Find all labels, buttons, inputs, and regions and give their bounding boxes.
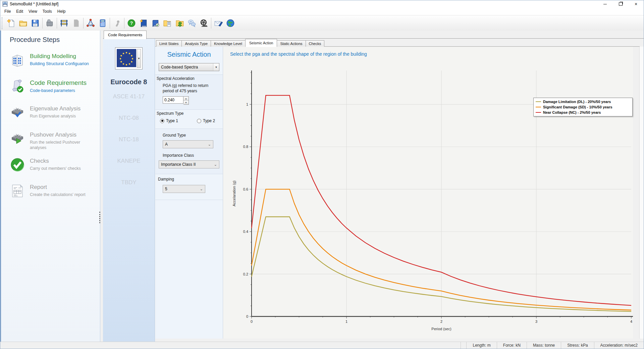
form-heading: Seismic Action bbox=[155, 51, 223, 58]
code-item-tbdy[interactable]: TBDY bbox=[103, 172, 155, 193]
step-subtitle: Carry out members' checks bbox=[30, 166, 81, 171]
step-eigenvalue-analysis[interactable]: Eigenvalue Analysis Run Eigenvalue analy… bbox=[10, 105, 100, 126]
dl-line-swatch bbox=[536, 101, 541, 102]
processor-settings-button[interactable] bbox=[44, 17, 56, 30]
spin-down-icon[interactable]: ▼ bbox=[183, 101, 189, 104]
chip-check-icon bbox=[10, 105, 25, 120]
step-report[interactable]: Report Create the calculations' report bbox=[10, 183, 100, 205]
status-mass: Mass: tonne bbox=[527, 342, 561, 349]
menu-view[interactable]: View bbox=[26, 8, 40, 15]
step-title: Checks bbox=[30, 158, 81, 164]
step-subtitle[interactable]: Building Structural Configuarion bbox=[30, 61, 89, 67]
toolbar-grip[interactable] bbox=[2, 17, 4, 29]
save-button[interactable] bbox=[29, 17, 41, 30]
ground-type-dropdown[interactable]: A ⌄ bbox=[163, 140, 213, 148]
video-button[interactable] bbox=[198, 17, 210, 30]
frame-element-button[interactable] bbox=[58, 17, 70, 30]
combo-arrow-icon: ▾ bbox=[213, 63, 219, 71]
tool-disabled-icon bbox=[112, 18, 122, 28]
x-tick-label: 0 bbox=[251, 319, 253, 323]
minimize-button[interactable] bbox=[597, 0, 613, 8]
calculator-icon bbox=[98, 18, 107, 28]
tab-checks[interactable]: Checks bbox=[306, 40, 325, 47]
step-building-modelling[interactable]: Building Modelling Building Structural C… bbox=[10, 52, 100, 74]
step-title: Eigenvalue Analysis bbox=[30, 105, 80, 112]
step-code-requirements[interactable]: Code Requirements Code-based parameters bbox=[10, 79, 100, 100]
tab-seismic-action[interactable]: Seismic Action bbox=[245, 39, 277, 47]
menu-file[interactable]: File bbox=[2, 8, 13, 15]
building-icon bbox=[10, 52, 25, 68]
code-item-ntc08[interactable]: NTC-08 bbox=[103, 107, 155, 129]
video-icon bbox=[199, 18, 209, 28]
y-axis-label: Accelaration (g) bbox=[232, 181, 236, 206]
step-subtitle[interactable]: Code-based parameters bbox=[30, 88, 87, 94]
open-folder-icon bbox=[18, 18, 28, 28]
procedure-steps-panel: Procedure Steps Building Modelling Build… bbox=[1, 31, 100, 343]
pga-spinner[interactable]: ▲ ▼ bbox=[163, 96, 223, 105]
spectra-type-combobox[interactable]: Code-based Spectra ▾ bbox=[159, 63, 219, 71]
type1-radio[interactable]: Type 1 bbox=[160, 118, 178, 123]
step-checks[interactable]: Checks Carry out members' checks bbox=[10, 157, 100, 179]
sidebar-title: Procedure Steps bbox=[10, 36, 100, 44]
menu-help[interactable]: Help bbox=[55, 8, 68, 15]
folder-sync-button[interactable] bbox=[174, 17, 186, 30]
type2-radio[interactable]: Type 2 bbox=[197, 118, 215, 123]
close-button[interactable]: × bbox=[628, 0, 644, 8]
comments-button[interactable] bbox=[186, 17, 198, 30]
tab-analysis-type[interactable]: Analysis Type bbox=[181, 40, 211, 47]
right-edge-strip bbox=[639, 47, 644, 339]
verification-book-button[interactable] bbox=[150, 17, 162, 30]
website-globe-button[interactable] bbox=[224, 17, 236, 30]
spectrum-type-group: Spectrum Type Type 1 Type 2 bbox=[155, 109, 223, 129]
pga-label: PGA (g) referred to return period of 475… bbox=[163, 83, 213, 94]
damping-label: Damping bbox=[158, 177, 223, 182]
manual-book-button[interactable] bbox=[138, 17, 150, 30]
green-check-icon bbox=[10, 157, 25, 172]
svg-text:?: ? bbox=[130, 20, 133, 26]
code-item-asce[interactable]: ASCE 41-17 bbox=[103, 86, 155, 107]
tab-code-requirements[interactable]: Code Requirements bbox=[104, 31, 147, 39]
code-item-ntc18[interactable]: NTC-18 bbox=[103, 129, 155, 150]
status-bar: Length: m Force: kN Mass: tonne Stress: … bbox=[0, 342, 644, 349]
manual-book-icon bbox=[139, 18, 148, 28]
pga-input[interactable] bbox=[163, 96, 183, 104]
step-pushover-analysis[interactable]: Pushover Analysis Run the selected Pusho… bbox=[10, 131, 100, 152]
toolbar: ? bbox=[0, 15, 644, 31]
main-area: Procedure Steps Building Modelling Build… bbox=[0, 31, 644, 343]
spectrum-chart-region: Select the pga and the spectral shape of… bbox=[223, 47, 633, 339]
model-viewer-button[interactable] bbox=[85, 17, 97, 30]
menu-edit[interactable]: Edit bbox=[13, 8, 26, 15]
code-flag-dropdown[interactable]: ▾ bbox=[115, 47, 143, 69]
legend-label: Near Collapse (NC) - 2%/50 years bbox=[543, 110, 601, 114]
group-label: Spectrum Type bbox=[157, 111, 223, 116]
radio-label: Type 2 bbox=[203, 118, 215, 123]
help-button[interactable]: ? bbox=[125, 17, 138, 30]
group-label: Spectral Acceleration bbox=[157, 76, 223, 81]
open-button[interactable] bbox=[17, 17, 29, 30]
folder-document-button[interactable] bbox=[162, 17, 174, 30]
new-file-button[interactable] bbox=[5, 17, 17, 30]
panel-splitter-handle[interactable] bbox=[99, 212, 102, 223]
calculator-button[interactable] bbox=[97, 17, 109, 30]
menu-bar: File Edit View Tools Help bbox=[0, 8, 644, 15]
tool-disabled-button bbox=[111, 17, 123, 30]
importance-class-dropdown[interactable]: Importance Class II ⌄ bbox=[159, 160, 219, 168]
chevron-down-icon: ⌄ bbox=[214, 162, 217, 167]
tab-knowledge-level[interactable]: Knowledge Level bbox=[211, 40, 246, 47]
menu-tools[interactable]: Tools bbox=[40, 8, 55, 15]
mail-support-button[interactable] bbox=[212, 17, 224, 30]
spin-up-icon[interactable]: ▲ bbox=[183, 97, 189, 101]
save-icon bbox=[31, 18, 40, 28]
title-bar: SeismoBuild * [Untitled.bpf] × bbox=[0, 0, 644, 8]
tab-static-actions[interactable]: Static Actions bbox=[277, 40, 306, 47]
restore-button[interactable] bbox=[613, 0, 628, 8]
tab-limit-states[interactable]: Limit States bbox=[156, 40, 182, 47]
damping-dropdown[interactable]: 5 ⌄ bbox=[163, 185, 205, 193]
damping-value: 5 bbox=[165, 187, 167, 191]
code-selected[interactable]: Eurocode 8 bbox=[103, 78, 155, 86]
code-item-kanepe[interactable]: KANEPE bbox=[103, 150, 155, 172]
ground-type-label: Ground Type bbox=[163, 133, 223, 138]
flag-dropdown-arrow[interactable]: ▾ bbox=[137, 49, 141, 68]
damping-group: Damping 5 ⌄ bbox=[155, 174, 223, 200]
step-title: Report bbox=[30, 184, 86, 191]
